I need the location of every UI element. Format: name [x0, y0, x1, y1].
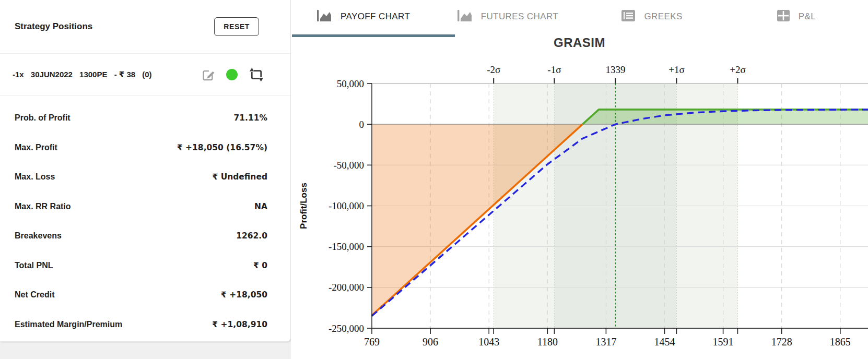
- svg-text:-200,000: -200,000: [329, 282, 364, 293]
- payoff-chart-plot: -2σ-1σ1339+1σ+2σ769906104311801317145415…: [291, 0, 868, 359]
- svg-text:1339: 1339: [605, 64, 625, 75]
- svg-text:1043: 1043: [478, 336, 499, 348]
- position-price: - ₹ 38: [114, 70, 135, 79]
- svg-text:1728: 1728: [771, 336, 792, 348]
- svg-text:769: 769: [364, 336, 380, 348]
- repeat-icon[interactable]: [249, 67, 264, 82]
- stat-value: 71.11%: [233, 113, 267, 123]
- svg-text:1865: 1865: [830, 336, 851, 348]
- svg-text:-250,000: -250,000: [329, 323, 364, 334]
- status-dot: [226, 69, 238, 80]
- stat-label: Estimated Margin/Premium: [15, 320, 122, 329]
- stat-row: Max. Loss ₹ Undefined: [15, 162, 267, 192]
- svg-text:50,000: 50,000: [337, 78, 364, 89]
- position-description: -1x 30JUN2022 1300PE - ₹ 38 (0): [13, 70, 157, 79]
- svg-text:+1σ: +1σ: [668, 64, 684, 75]
- svg-text:-1σ: -1σ: [547, 64, 561, 75]
- svg-text:1317: 1317: [595, 336, 616, 348]
- svg-text:1454: 1454: [654, 336, 675, 348]
- stat-value: ₹ Undefined: [212, 172, 267, 182]
- stat-row: Breakevens 1262.0: [15, 221, 267, 251]
- stat-row: Max. Profit ₹ +18,050 (16.57%): [15, 133, 267, 163]
- stat-label: Net Credit: [15, 290, 54, 300]
- stat-value: ₹ +18,050 (16.57%): [177, 143, 267, 152]
- position-expiry: 30JUN2022: [31, 70, 73, 79]
- stat-label: Max. RR Ratio: [15, 202, 71, 211]
- stat-value: ₹ +18,050: [221, 290, 267, 300]
- panel-title: Strategy Positions: [15, 21, 92, 32]
- stat-label: Max. Profit: [15, 143, 57, 152]
- stat-value: NA: [254, 202, 267, 211]
- stat-label: Max. Loss: [15, 172, 55, 182]
- stat-value: 1262.0: [236, 231, 267, 241]
- stat-value: ₹ 0: [253, 261, 267, 270]
- stat-value: ₹ +1,08,910: [212, 320, 267, 329]
- stat-label: Breakevens: [15, 231, 62, 241]
- svg-text:-100,000: -100,000: [329, 200, 364, 211]
- svg-text:-150,000: -150,000: [329, 241, 364, 252]
- stat-label: Prob. of Profit: [15, 113, 71, 123]
- stat-row: Prob. of Profit 71.11%: [15, 103, 267, 133]
- stat-row: Max. RR Ratio NA: [15, 192, 267, 222]
- position-lots: (0): [142, 70, 151, 79]
- svg-text:1591: 1591: [713, 336, 734, 348]
- svg-text:0: 0: [359, 119, 365, 130]
- stat-row: Total PNL ₹ 0: [15, 251, 267, 281]
- edit-icon[interactable]: [201, 68, 215, 82]
- position-qty: -1x: [13, 70, 24, 79]
- panel-header: Strategy Positions RESET: [0, 0, 290, 54]
- svg-text:Profit/Loss: Profit/Loss: [299, 183, 309, 229]
- position-row[interactable]: -1x 30JUN2022 1300PE - ₹ 38 (0): [0, 54, 290, 96]
- strategy-stats: Prob. of Profit 71.11% Max. Profit ₹ +18…: [0, 96, 290, 339]
- chart-panel: PAYOFF CHART FUTURES CHART: [291, 0, 868, 359]
- svg-text:906: 906: [423, 336, 438, 348]
- position-actions: [201, 67, 264, 82]
- stat-label: Total PNL: [15, 261, 53, 270]
- svg-text:-50,000: -50,000: [333, 160, 364, 171]
- position-contract: 1300PE: [79, 70, 107, 79]
- stat-row: Estimated Margin/Premium ₹ +1,08,910: [15, 310, 267, 340]
- reset-button[interactable]: RESET: [214, 17, 259, 36]
- stat-row: Net Credit ₹ +18,050: [15, 280, 267, 310]
- svg-text:1180: 1180: [537, 336, 558, 348]
- strategy-positions-panel: Strategy Positions RESET -1x 30JUN2022 1…: [0, 0, 291, 342]
- svg-text:+2σ: +2σ: [730, 64, 745, 75]
- svg-text:-2σ: -2σ: [487, 64, 500, 75]
